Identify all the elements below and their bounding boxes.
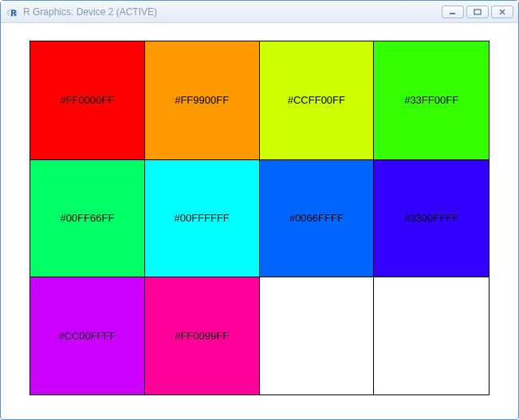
- grid-cell: #CC00FFFF: [30, 277, 145, 394]
- plot-client-area: #FF0000FF #FF9900FF #CCFF00FF #33FF00FF …: [1, 23, 518, 419]
- grid-cell: [260, 277, 375, 394]
- close-button[interactable]: [491, 6, 513, 18]
- grid-cell: #3300FFFF: [374, 159, 489, 277]
- svg-rect-2: [450, 13, 455, 14]
- app-window: R Graphics: Device 2 (ACTIVE) #FF0000FF …: [0, 0, 519, 420]
- svg-rect-3: [474, 10, 481, 14]
- window-buttons: [442, 6, 513, 18]
- r-logo-icon: [6, 6, 18, 18]
- grid-cell: #33FF00FF: [374, 41, 489, 159]
- color-grid: #FF0000FF #FF9900FF #CCFF00FF #33FF00FF …: [29, 41, 490, 395]
- titlebar[interactable]: R Graphics: Device 2 (ACTIVE): [1, 1, 518, 23]
- minimize-button[interactable]: [442, 6, 464, 18]
- window-title: R Graphics: Device 2 (ACTIVE): [23, 6, 442, 18]
- grid-cell: #0066FFFF: [260, 159, 375, 277]
- grid-cell: [374, 277, 489, 394]
- grid-cell: #FF9900FF: [145, 41, 260, 159]
- grid-cell: #FF0000FF: [30, 41, 145, 159]
- grid-cell: #CCFF00FF: [260, 41, 375, 159]
- grid-cell: #00FF66FF: [30, 159, 145, 277]
- grid-cell: #00FFFFFF: [145, 159, 260, 277]
- grid-cell: #FF0099FF: [145, 277, 260, 394]
- maximize-button[interactable]: [466, 6, 489, 18]
